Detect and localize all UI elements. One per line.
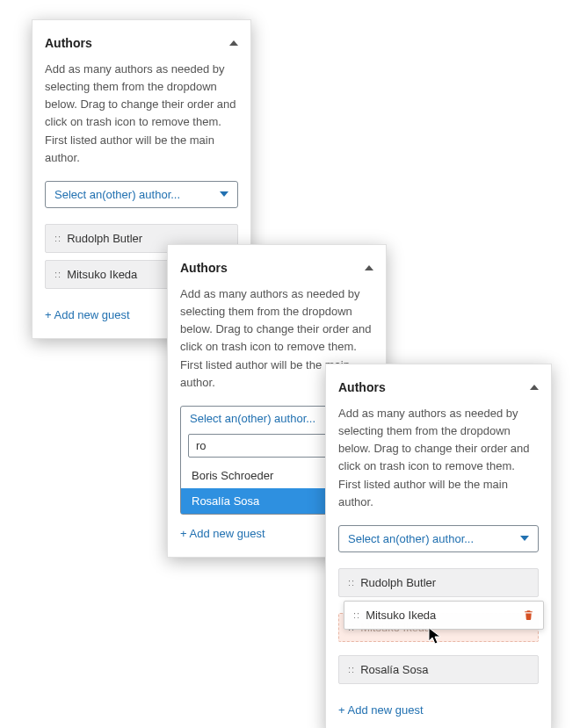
collapse-icon[interactable] [365, 263, 373, 272]
author-select[interactable]: Select an(other) author... [45, 181, 238, 208]
drag-handle-icon[interactable]: :: [353, 609, 360, 620]
svg-marker-3 [530, 385, 539, 390]
panel-title: Authors [45, 36, 92, 50]
add-new-guest-link[interactable]: + Add new guest [338, 703, 424, 717]
author-name: Rudolph Butler [360, 576, 436, 589]
author-chip[interactable]: :: Rosalía Sosa [338, 655, 539, 684]
caret-down-icon [520, 534, 529, 543]
panel-header[interactable]: Authors [338, 375, 539, 405]
svg-marker-0 [229, 40, 238, 46]
drag-handle-icon[interactable]: :: [348, 577, 355, 587]
author-name: Mitsuko Ikeda [366, 609, 436, 622]
author-select[interactable]: Select an(other) author... [338, 525, 539, 552]
collapse-icon[interactable] [229, 39, 238, 47]
drag-handle-icon[interactable]: :: [54, 269, 62, 279]
panel-title: Authors [180, 261, 228, 275]
panel-header[interactable]: Authors [45, 31, 238, 61]
authors-panel-dragging: Authors Add as many authors as needed by… [325, 364, 552, 728]
svg-marker-2 [365, 265, 373, 270]
caret-down-icon [220, 190, 228, 198]
author-list: :: Rudolph Butler :: Mitsuko Ikeda :: Mi… [338, 568, 539, 684]
panel-description: Add as many authors as needed by selecti… [338, 405, 539, 525]
add-new-guest-link[interactable]: + Add new guest [45, 308, 130, 321]
author-chip[interactable]: :: Rudolph Butler [338, 568, 539, 597]
author-name: Rudolph Butler [67, 232, 142, 245]
panel-header[interactable]: Authors [180, 256, 373, 285]
trash-icon[interactable] [523, 609, 534, 621]
drag-handle-icon[interactable]: :: [348, 664, 355, 674]
svg-marker-4 [520, 536, 529, 541]
collapse-icon[interactable] [530, 383, 539, 392]
add-new-guest-link[interactable]: + Add new guest [180, 527, 265, 540]
panel-title: Authors [338, 380, 386, 394]
panel-description: Add as many authors as needed by selecti… [45, 61, 238, 181]
select-placeholder: Select an(other) author... [54, 188, 180, 201]
author-chip-dragging[interactable]: :: Mitsuko Ikeda [344, 601, 544, 630]
svg-marker-1 [220, 191, 228, 197]
author-name: Rosalía Sosa [360, 663, 428, 676]
select-placeholder: Select an(other) author... [348, 532, 474, 545]
drag-zone: :: Mitsuko Ikeda :: Mitsuko Ikeda [338, 604, 539, 648]
drag-handle-icon[interactable]: :: [54, 233, 62, 243]
author-name: Mitsuko Ikeda [67, 268, 137, 281]
